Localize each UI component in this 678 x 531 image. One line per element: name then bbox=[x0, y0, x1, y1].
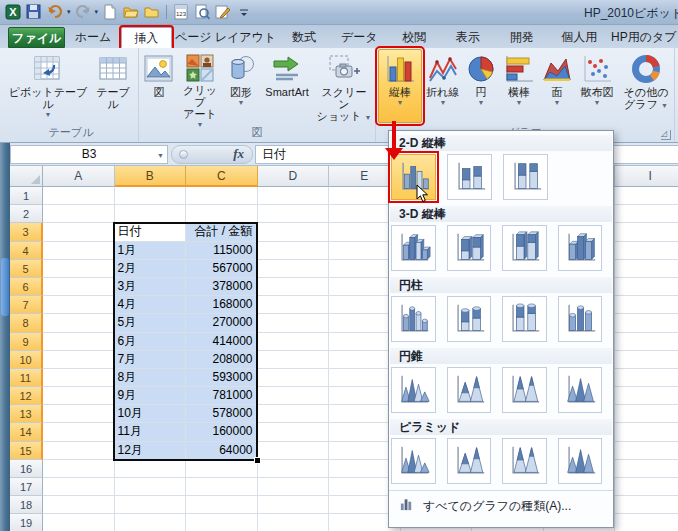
pie-chart-button[interactable]: 円▼ bbox=[464, 49, 498, 123]
chart-type-cylinder-100-stacked[interactable] bbox=[502, 296, 547, 342]
tab-個人用[interactable]: 個人用 bbox=[551, 27, 608, 48]
chart-type-pyramid-100-stacked[interactable] bbox=[502, 438, 547, 484]
chart-type-pyramid-clustered[interactable] bbox=[391, 438, 436, 484]
cell-I14[interactable] bbox=[615, 423, 678, 441]
row-header-3[interactable]: 3 bbox=[10, 223, 43, 241]
cell-C2[interactable] bbox=[186, 205, 258, 223]
cell-C16[interactable] bbox=[186, 460, 258, 478]
tab-開発[interactable]: 開発 bbox=[496, 27, 547, 48]
cell-I11[interactable] bbox=[615, 369, 678, 387]
area-chart-button[interactable]: 面▼ bbox=[540, 49, 574, 123]
cell-B1[interactable] bbox=[115, 187, 187, 205]
cell-A4[interactable] bbox=[43, 242, 115, 260]
picture-button[interactable]: 図 bbox=[141, 49, 177, 123]
screenshot-button[interactable]: スクリーンショット ▼ bbox=[315, 49, 373, 123]
tab-HP用のタブ[interactable]: HP用のタブ bbox=[611, 27, 675, 48]
cell-B19[interactable] bbox=[115, 514, 187, 531]
cell-B5[interactable]: 2月 bbox=[115, 260, 187, 278]
chart-type-pyramid-3d[interactable] bbox=[558, 438, 603, 484]
row-header-12[interactable]: 12 bbox=[10, 387, 43, 405]
all-chart-types-item[interactable]: すべてのグラフの種類(A)... bbox=[389, 490, 613, 521]
cell-B10[interactable]: 7月 bbox=[115, 351, 187, 369]
row-header-1[interactable]: 1 bbox=[10, 187, 43, 205]
cell-B7[interactable]: 4月 bbox=[115, 296, 187, 314]
name-box-dropdown-icon[interactable]: ▼ bbox=[157, 152, 164, 159]
cell-D19[interactable] bbox=[258, 514, 330, 531]
cell-A6[interactable] bbox=[43, 278, 115, 296]
row-header-5[interactable]: 5 bbox=[10, 260, 43, 278]
cell-I3[interactable] bbox=[615, 223, 678, 241]
cell-C15[interactable]: 64000 bbox=[186, 442, 258, 460]
cell-B4[interactable]: 1月 bbox=[115, 242, 187, 260]
sheet-123-icon[interactable]: 123 bbox=[172, 3, 190, 21]
chart-type-3d-clustered-column[interactable] bbox=[391, 225, 436, 271]
cell-A17[interactable] bbox=[43, 478, 115, 496]
cell-B12[interactable]: 9月 bbox=[115, 387, 187, 405]
cell-D14[interactable] bbox=[258, 423, 330, 441]
cell-A5[interactable] bbox=[43, 260, 115, 278]
cell-I10[interactable] bbox=[615, 351, 678, 369]
cell-C8[interactable]: 270000 bbox=[186, 314, 258, 332]
cell-B9[interactable]: 6月 bbox=[115, 333, 187, 351]
cell-C13[interactable]: 578000 bbox=[186, 405, 258, 423]
cell-I19[interactable] bbox=[615, 514, 678, 531]
cell-D17[interactable] bbox=[258, 478, 330, 496]
cell-I17[interactable] bbox=[615, 478, 678, 496]
row-header-9[interactable]: 9 bbox=[10, 333, 43, 351]
cell-I16[interactable] bbox=[615, 460, 678, 478]
tab-ページ レイアウト[interactable]: ページ レイアウト bbox=[175, 27, 276, 48]
cell-C1[interactable] bbox=[186, 187, 258, 205]
cell-D6[interactable] bbox=[258, 278, 330, 296]
chart-type-clustered-column[interactable] bbox=[391, 154, 436, 200]
cell-D7[interactable] bbox=[258, 296, 330, 314]
cell-C14[interactable]: 160000 bbox=[186, 423, 258, 441]
row-header-14[interactable]: 14 bbox=[10, 423, 43, 441]
tab-数式[interactable]: 数式 bbox=[279, 27, 328, 48]
cell-A2[interactable] bbox=[43, 205, 115, 223]
tab-挿入[interactable]: 挿入 bbox=[121, 27, 172, 48]
row-header-2[interactable]: 2 bbox=[10, 205, 43, 223]
cell-A8[interactable] bbox=[43, 314, 115, 332]
redo-icon[interactable] bbox=[74, 3, 92, 21]
cell-D4[interactable] bbox=[258, 242, 330, 260]
row-header-15[interactable]: 15 bbox=[10, 442, 43, 460]
cell-D1[interactable] bbox=[258, 187, 330, 205]
cell-I7[interactable] bbox=[615, 296, 678, 314]
print-preview-icon[interactable] bbox=[193, 3, 211, 21]
cell-C10[interactable]: 208000 bbox=[186, 351, 258, 369]
name-box[interactable]: B3 ▼ bbox=[10, 145, 168, 164]
cell-B13[interactable]: 10月 bbox=[115, 405, 187, 423]
table-button[interactable]: テーブル bbox=[90, 49, 136, 123]
cell-D16[interactable] bbox=[258, 460, 330, 478]
column-header-C[interactable]: C bbox=[186, 166, 258, 187]
pivot-table-button[interactable]: ピボットテーブル▼ bbox=[6, 49, 90, 123]
redo-dropdown-icon[interactable]: ▾ bbox=[95, 8, 99, 16]
cell-C17[interactable] bbox=[186, 478, 258, 496]
column-chart-button[interactable]: 縦棒▼ bbox=[378, 49, 422, 123]
chart-type-stacked-column[interactable] bbox=[447, 154, 492, 200]
cell-C11[interactable]: 593000 bbox=[186, 369, 258, 387]
scatter-chart-button[interactable]: 散布図▼ bbox=[574, 49, 620, 123]
row-header-8[interactable]: 8 bbox=[10, 314, 43, 332]
row-header-16[interactable]: 16 bbox=[10, 460, 43, 478]
cell-I15[interactable] bbox=[615, 442, 678, 460]
cell-A18[interactable] bbox=[43, 496, 115, 514]
column-header-A[interactable]: A bbox=[43, 166, 115, 187]
chart-type-cylinder-stacked[interactable] bbox=[447, 296, 492, 342]
cell-A1[interactable] bbox=[43, 187, 115, 205]
row-header-4[interactable]: 4 bbox=[10, 242, 43, 260]
cell-C7[interactable]: 168000 bbox=[186, 296, 258, 314]
cell-C6[interactable]: 378000 bbox=[186, 278, 258, 296]
cell-D13[interactable] bbox=[258, 405, 330, 423]
row-header-18[interactable]: 18 bbox=[10, 496, 43, 514]
row-header-6[interactable]: 6 bbox=[10, 278, 43, 296]
cell-C3[interactable]: 合計 / 金額 bbox=[186, 223, 258, 241]
chart-type-cone-100-stacked[interactable] bbox=[502, 367, 547, 413]
cell-D10[interactable] bbox=[258, 351, 330, 369]
chart-type-3d-100-stacked-column[interactable] bbox=[502, 225, 547, 271]
row-header-13[interactable]: 13 bbox=[10, 405, 43, 423]
cell-C5[interactable]: 567000 bbox=[186, 260, 258, 278]
chart-type-cylinder-3d[interactable] bbox=[558, 296, 603, 342]
customize-icon[interactable] bbox=[214, 3, 232, 21]
cell-D15[interactable] bbox=[258, 442, 330, 460]
